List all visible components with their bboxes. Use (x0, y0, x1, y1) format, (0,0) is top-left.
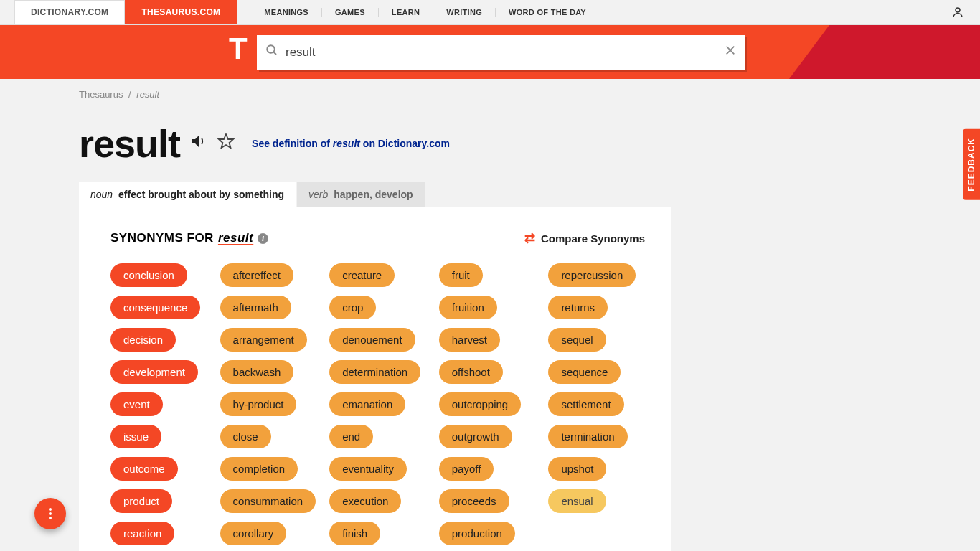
synonym-pill[interactable]: sequence (548, 360, 621, 384)
synonym-pill[interactable]: end (329, 425, 373, 448)
search-box (257, 35, 745, 70)
synonyms-card: SYNONYMS FOR result i ⇄ Compare Synonyms… (79, 207, 671, 551)
synonym-col: fruitfruitionharvestoffshootoutcroppingo… (439, 263, 536, 545)
svg-point-1 (267, 45, 275, 53)
synonym-col: conclusionconsequencedecisiondevelopment… (110, 263, 207, 545)
synonym-pill[interactable]: settlement (548, 392, 623, 416)
breadcrumb: Thesaurus / result (0, 79, 980, 100)
synonym-pill[interactable]: repercussion (548, 263, 636, 287)
synonym-pill[interactable]: production (439, 522, 515, 545)
synonym-pill[interactable]: product (110, 489, 172, 513)
svg-line-2 (273, 52, 276, 55)
svg-point-0 (956, 8, 960, 12)
synonym-pill[interactable]: outgrowth (439, 425, 512, 448)
synonyms-label: SYNONYMS FOR (110, 231, 214, 245)
synonym-pill[interactable]: payoff (439, 457, 494, 481)
tab-pos: verb (308, 189, 328, 200)
user-icon[interactable] (951, 0, 964, 24)
nav-link-games[interactable]: GAMES (322, 8, 379, 17)
synonym-pill[interactable]: harvest (439, 328, 500, 352)
site-tab-thesaurus[interactable]: THESAURUS.COM (125, 0, 237, 24)
synonym-pill[interactable]: conclusion (110, 263, 187, 287)
synonym-pill[interactable]: upshot (548, 457, 606, 481)
synonym-pill[interactable]: decision (110, 328, 176, 352)
synonym-pill[interactable]: issue (110, 425, 161, 448)
synonym-pill[interactable]: corollary (220, 522, 287, 545)
compare-label: Compare Synonyms (541, 232, 645, 245)
main: result See definition of result on Dicti… (79, 121, 671, 551)
synonym-pill[interactable]: fruition (439, 296, 497, 319)
synonym-pill[interactable]: fruit (439, 263, 483, 287)
synonym-pill[interactable]: emanation (329, 392, 405, 416)
synonym-pill[interactable]: finish (329, 522, 380, 545)
synonym-col: aftereffectaftermatharrangementbackwashb… (220, 263, 317, 545)
synonyms-header-row: SYNONYMS FOR result i ⇄ Compare Synonyms (110, 230, 645, 246)
search-icon (265, 44, 278, 60)
synonym-pill[interactable]: outcome (110, 457, 178, 481)
synonym-pill[interactable]: sequel (548, 328, 606, 352)
search-input[interactable] (286, 45, 725, 60)
synonym-pill[interactable]: reaction (110, 522, 174, 545)
top-nav: DICTIONARY.COM THESAURUS.COM MEANINGS GA… (0, 0, 980, 25)
synonym-pill[interactable]: proceeds (439, 489, 509, 513)
synonym-pill[interactable]: ensual (548, 489, 606, 513)
synonym-pill[interactable]: development (110, 360, 198, 384)
more-fab-button[interactable] (34, 498, 66, 529)
synonym-pill[interactable]: termination (548, 425, 627, 448)
svg-marker-5 (219, 134, 233, 148)
feedback-button[interactable]: FEEDBACK (963, 129, 980, 200)
synonym-pill[interactable]: denouement (329, 328, 415, 352)
tab-def: happen, develop (334, 189, 413, 200)
tab-noun[interactable]: noun effect brought about by something (79, 182, 296, 207)
synonym-pill[interactable]: creature (329, 263, 395, 287)
synonym-pill[interactable]: determination (329, 360, 420, 384)
nav-link-learn[interactable]: LEARN (379, 8, 433, 17)
breadcrumb-sep: / (128, 89, 131, 100)
synonym-pill[interactable]: backwash (220, 360, 294, 384)
info-icon[interactable]: i (258, 233, 268, 244)
pos-tabs: noun effect brought about by something v… (79, 182, 671, 207)
synonym-pill[interactable]: arrangement (220, 328, 307, 352)
nav-link-writing[interactable]: WRITING (433, 8, 496, 17)
svg-point-6 (49, 508, 52, 511)
synonym-pill[interactable]: crop (329, 296, 376, 319)
synonym-pill[interactable]: outcropping (439, 392, 521, 416)
favorite-icon[interactable] (217, 133, 235, 154)
search-bar (0, 25, 980, 79)
clear-icon[interactable] (725, 44, 736, 60)
deflink-pre: See definition of (252, 138, 333, 149)
synonym-pill[interactable]: consequence (110, 296, 200, 319)
deflink-word: result (333, 138, 360, 149)
audio-icon[interactable] (190, 133, 207, 154)
synonym-pill[interactable]: completion (220, 457, 298, 481)
synonyms-term: result (218, 231, 253, 245)
synonym-pill[interactable]: by-product (220, 392, 297, 416)
synonym-pill[interactable]: aftermath (220, 296, 291, 319)
synonym-pill[interactable]: eventuality (329, 457, 407, 481)
tab-def: effect brought about by something (118, 189, 284, 200)
synonym-pill[interactable]: close (220, 425, 271, 448)
synonym-col: creaturecropdenouementdeterminationemana… (329, 263, 426, 545)
site-tab-dictionary[interactable]: DICTIONARY.COM (14, 0, 125, 24)
headword-row: result See definition of result on Dicti… (79, 121, 671, 166)
synonyms-header: SYNONYMS FOR result i (110, 231, 268, 245)
search-shadow (779, 25, 980, 79)
compare-synonyms-button[interactable]: ⇄ Compare Synonyms (524, 230, 645, 246)
swap-icon: ⇄ (524, 230, 535, 246)
breadcrumb-root[interactable]: Thesaurus (79, 89, 123, 100)
synonym-pill[interactable]: execution (329, 489, 401, 513)
thesaurus-logo[interactable] (226, 36, 260, 70)
nav-link-wotd[interactable]: WORD OF THE DAY (496, 8, 599, 17)
synonyms-grid: conclusionconsequencedecisiondevelopment… (110, 263, 645, 545)
svg-point-7 (49, 512, 52, 515)
synonym-pill[interactable]: aftereffect (220, 263, 293, 287)
synonym-pill[interactable]: consummation (220, 489, 316, 513)
definition-link[interactable]: See definition of result on Dictionary.c… (252, 138, 450, 149)
tab-verb[interactable]: verb happen, develop (297, 182, 425, 207)
breadcrumb-term: result (136, 89, 159, 100)
nav-link-meanings[interactable]: MEANINGS (251, 8, 322, 17)
svg-point-8 (49, 517, 52, 519)
synonym-pill[interactable]: returns (548, 296, 608, 319)
synonym-pill[interactable]: event (110, 392, 163, 416)
synonym-pill[interactable]: offshoot (439, 360, 503, 384)
